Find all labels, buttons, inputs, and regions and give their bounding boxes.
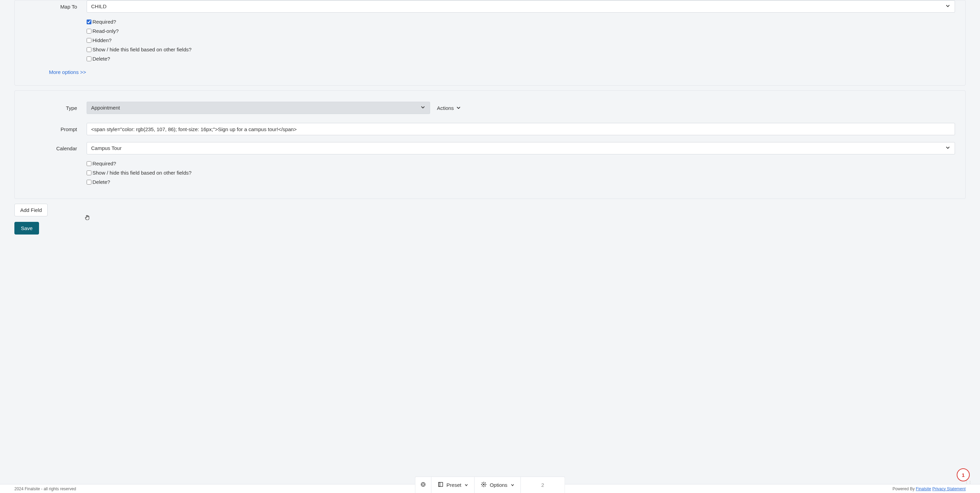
add-field-button[interactable]: Add Field [14, 204, 48, 216]
delete-checkbox-2[interactable] [87, 180, 91, 184]
delete-label: Delete? [92, 56, 110, 62]
save-button[interactable]: Save [14, 222, 39, 234]
show-hide-label: Show / hide this field based on other fi… [92, 46, 191, 52]
required-label-2: Required? [92, 161, 116, 166]
show-hide-checkbox[interactable] [87, 47, 91, 52]
show-hide-label-2: Show / hide this field based on other fi… [92, 170, 191, 176]
calendar-select[interactable]: Campus Tour [87, 142, 955, 154]
hidden-checkbox[interactable] [87, 38, 91, 43]
show-hide-checkbox-2[interactable] [87, 170, 91, 175]
prompt-label: Prompt [25, 126, 87, 132]
more-options-link[interactable]: More options >> [49, 69, 86, 75]
chevron-down-icon [457, 106, 461, 110]
actions-dropdown[interactable]: Actions [430, 105, 461, 111]
required-checkbox-2[interactable] [87, 161, 91, 166]
read-only-checkbox[interactable] [87, 29, 91, 33]
delete-label-2: Delete? [92, 179, 110, 185]
type-select[interactable]: Appointment [87, 102, 430, 114]
map-to-label: Map To [25, 4, 87, 10]
actions-label: Actions [437, 105, 454, 111]
delete-checkbox[interactable] [87, 56, 91, 61]
field-card-2: Type Appointment Actions Prompt Calendar [14, 91, 966, 199]
map-to-select[interactable]: CHILD [87, 0, 955, 13]
calendar-label: Calendar [25, 145, 87, 151]
required-checkbox[interactable] [87, 19, 91, 24]
prompt-input[interactable] [87, 123, 955, 135]
required-label: Required? [92, 19, 116, 25]
read-only-label: Read-only? [92, 28, 119, 34]
type-label: Type [25, 105, 87, 111]
field-card-1: Map To CHILD Required? Read-only? [14, 0, 966, 86]
hidden-label: Hidden? [92, 37, 111, 43]
